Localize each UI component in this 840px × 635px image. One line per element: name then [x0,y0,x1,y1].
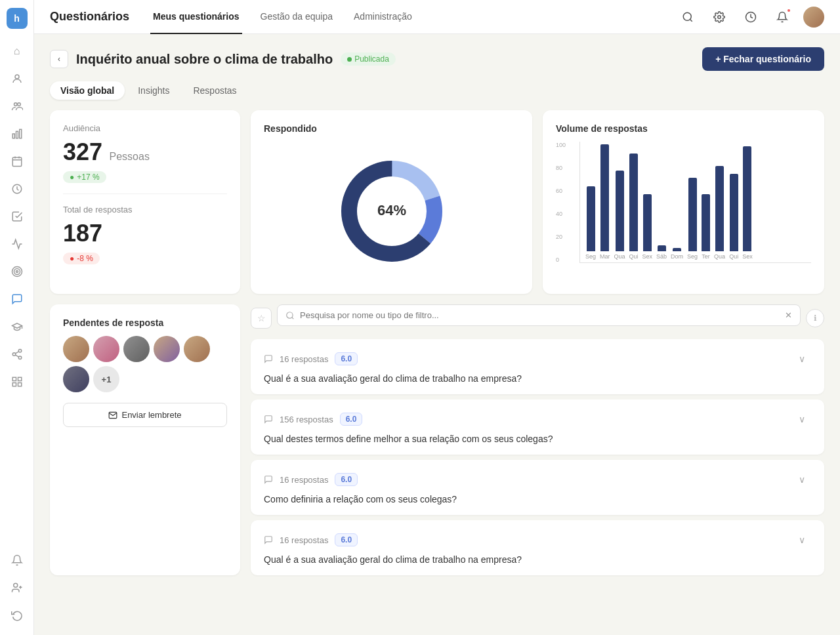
back-button[interactable]: ‹ [50,50,68,68]
question-text-3: Como definiria a relação com os seus col… [264,494,811,504]
bar-sex1: Sex [642,194,653,260]
user-avatar[interactable] [803,7,824,28]
question-card-2: 156 respostas 6.0 ∨ Qual destes termos d… [251,399,824,455]
score-badge-4: 6.0 [335,533,358,546]
audience-card: Audiência 327 Pessoas ● +17 % Total de r… [50,110,240,294]
tab-visao-global[interactable]: Visão global [50,81,125,100]
sidebar-icon-chart[interactable] [5,122,29,146]
expand-question-3[interactable]: ∨ [793,470,811,489]
bar-sex2: Sex [742,146,753,260]
topnav-actions [677,7,824,28]
question-row-3: 16 respostas 6.0 ∨ [264,470,811,489]
question-meta-1: 16 respostas 6.0 [264,352,358,365]
y-label-20: 20 [556,234,566,240]
clear-search-button[interactable]: ✕ [785,310,792,320]
total-responses-label: Total de respostas [63,205,227,215]
svg-line-27 [690,19,692,21]
bar-chart-area: Seg Mar Qua Qui [579,142,811,263]
bar-seg1: Seg [585,186,596,260]
sidebar-icon-education[interactable] [5,315,29,338]
sidebar-icon-check[interactable] [5,205,29,228]
bar-mar: Mar [600,144,610,260]
settings-icon-btn[interactable] [709,7,730,28]
info-button[interactable]: ℹ [806,309,824,327]
comment-icon-1 [264,354,273,363]
sidebar-icon-gallery[interactable] [5,370,29,394]
nav-link-gestao[interactable]: Gestão da equipa [258,0,336,34]
top-navigation: Questionários Meus questionários Gestão … [34,0,840,34]
score-badge-2: 6.0 [340,413,363,426]
notification-icon-btn[interactable] [772,7,793,28]
clock-icon-btn[interactable] [740,7,761,28]
status-badge: Publicada [341,52,396,66]
close-questionnaire-button[interactable]: + Fechar questionário [702,47,824,71]
audience-change-positive: ● +17 % [63,171,106,183]
sidebar-icon-history[interactable] [5,604,29,627]
bar-seg1-fill [587,186,595,251]
svg-point-0 [15,75,19,79]
question-text-1: Qual é a sua avaliação geral do clima de… [264,373,811,384]
star-button[interactable]: ☆ [251,308,272,329]
comment-icon-4 [264,535,273,544]
page-header: ‹ Inquérito anual sobre o clima de traba… [50,47,824,71]
svg-text:64%: 64% [377,202,406,218]
nav-link-questionarios[interactable]: Meus questionários [150,0,242,34]
page-tabs: Visão global Insights Respostas [50,81,824,100]
expand-question-2[interactable]: ∨ [793,410,811,428]
svg-rect-22 [18,383,21,386]
expand-question-1[interactable]: ∨ [793,350,811,368]
svg-rect-3 [12,134,14,138]
sidebar-icon-person[interactable] [5,67,29,91]
search-input[interactable] [300,310,780,320]
question-row-2: 156 respostas 6.0 ∨ [264,410,811,428]
sidebar-icon-addperson[interactable] [5,576,29,600]
app-logo[interactable]: h [7,8,28,29]
y-label-40: 40 [556,211,566,217]
sidebar-icon-home[interactable]: ⌂ [5,39,29,63]
bar-qui1-fill [629,154,638,251]
svg-rect-19 [12,377,16,380]
tab-insights[interactable]: Insights [127,81,180,100]
audience-unit: Pessoas [110,151,150,162]
response-count-2: 156 respostas [280,415,333,424]
question-meta-3: 16 respostas 6.0 [264,473,358,486]
response-count-3: 16 respostas [280,475,328,485]
comment-icon-2 [264,415,273,424]
response-count-4: 16 respostas [280,535,328,545]
bar-qua1: Qua [614,171,625,260]
tab-respostas[interactable]: Respostas [182,81,247,100]
nav-link-admin[interactable]: Administração [351,0,415,34]
sidebar-icon-graph[interactable] [5,232,29,256]
bar-sex2-fill [743,146,751,251]
remind-button[interactable]: Enviar lembrete [63,403,227,427]
score-badge-3: 6.0 [335,473,358,486]
svg-point-35 [287,312,293,318]
svg-point-12 [14,269,20,275]
svg-line-36 [292,317,294,319]
sidebar-icon-connect[interactable] [5,342,29,366]
svg-rect-20 [18,377,21,380]
sidebar-icon-chat[interactable] [5,287,29,311]
bar-qui2: Qui [729,174,738,260]
svg-rect-21 [12,383,16,386]
sidebar-icon-team[interactable] [5,94,29,118]
question-text-2: Qual destes termos define melhor a sua r… [264,434,811,444]
search-icon-btn[interactable] [677,7,698,28]
svg-point-13 [16,271,18,273]
bar-sab: Sáb [656,245,667,260]
sidebar-icon-target[interactable] [5,260,29,283]
svg-point-23 [13,583,17,587]
pending-avatar-5 [184,336,210,362]
response-count-1: 16 respostas [280,354,328,364]
sidebar-icon-clock[interactable] [5,177,29,201]
sidebar-icon-calendar[interactable] [5,150,29,173]
avatars-row: +1 [63,336,227,392]
audience-count: 327 [63,138,102,165]
pending-avatar-6 [63,366,89,392]
expand-question-4[interactable]: ∨ [793,531,811,549]
sidebar-icon-alert[interactable] [5,548,29,572]
pending-avatar-more: +1 [93,366,119,392]
score-badge-1: 6.0 [335,352,358,365]
svg-line-18 [15,352,18,354]
donut-card: Respondido 64% [251,110,532,294]
